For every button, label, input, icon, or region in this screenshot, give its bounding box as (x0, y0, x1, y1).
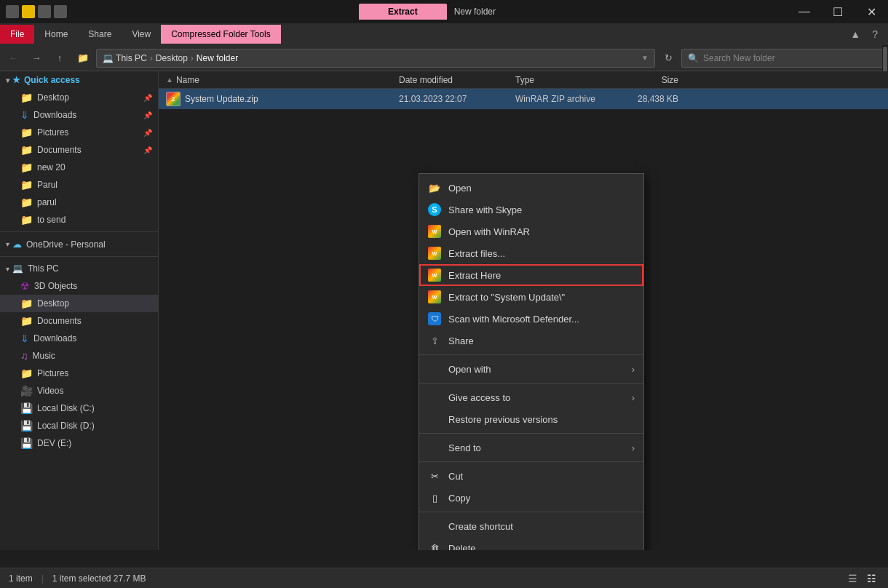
cut-icon: ✂ (428, 469, 441, 482)
sort-arrow-up: ▲ (166, 76, 173, 84)
sidebar-label-downloads-pc: Downloads (33, 333, 76, 343)
sidebar-this-pc-label: This PC (28, 263, 59, 274)
ctx-item-open-winrar[interactable]: W Open with WinRAR (419, 220, 643, 242)
tab-compressed-folder-tools[interactable]: Compressed Folder Tools (161, 25, 281, 44)
address-dropdown-arrow[interactable]: ▼ (641, 54, 649, 62)
pin-icon: 📌 (143, 94, 152, 102)
title-bar-center: Extract New folder (67, 4, 788, 20)
defender-icon: 🛡 (428, 312, 441, 325)
sidebar-item-to-send[interactable]: 📁 to send (0, 211, 158, 229)
minimize-button[interactable]: — (788, 0, 821, 23)
sidebar-item-documents-pc[interactable]: 📁 Documents (0, 312, 158, 330)
sidebar-item-desktop-pc[interactable]: 📁 Desktop (0, 295, 158, 312)
refresh-button[interactable]: ↻ (658, 48, 678, 68)
ctx-item-restore-versions[interactable]: Restore previous versions (419, 408, 643, 430)
tab-file[interactable]: File (0, 25, 34, 44)
file-size: 28,438 KB (617, 94, 690, 104)
ctx-label-delete: Delete (448, 543, 635, 551)
tab-home[interactable]: Home (34, 25, 78, 44)
main-area: ▾ ★ Quick access 📁 Desktop 📌 ⇓ Downloads… (0, 71, 888, 550)
sidebar-item-parul-cap[interactable]: 📁 Parul (0, 176, 158, 194)
quick-access-label: Quick access (24, 75, 80, 85)
sidebar-item-local-disk-c[interactable]: 💾 Local Disk (C:) (0, 400, 158, 417)
sidebar-item-new20[interactable]: 📁 new 20 (0, 159, 158, 176)
app-icon-1 (6, 5, 19, 18)
sidebar-item-downloads-pc[interactable]: ⇓ Downloads (0, 330, 158, 347)
list-view-button[interactable]: ☰ (844, 571, 860, 587)
sidebar-item-downloads-qa[interactable]: ⇓ Downloads 📌 (0, 106, 158, 124)
file-icon-wrap: Z System Update.zip (166, 92, 399, 106)
col-header-date[interactable]: Date modified (399, 75, 515, 85)
sidebar-item-pictures-pc[interactable]: 📁 Pictures (0, 365, 158, 382)
sidebar-item-desktop-qa[interactable]: 📁 Desktop 📌 (0, 89, 158, 106)
sidebar-this-pc-header[interactable]: ▾ 💻 This PC (0, 260, 158, 277)
ctx-item-extract-files[interactable]: W Extract files... (419, 242, 643, 264)
ctx-item-open[interactable]: 📂 Open (419, 177, 643, 199)
app-icon-3 (38, 5, 51, 18)
winrar-icon-2: W (428, 247, 441, 260)
sidebar-item-documents-qa[interactable]: 📁 Documents 📌 (0, 141, 158, 159)
details-view-button[interactable]: ☷ (863, 571, 879, 587)
sidebar-label-videos: Videos (37, 386, 63, 396)
sidebar-item-music[interactable]: ♫ Music (0, 347, 158, 365)
collapse-ribbon-icon[interactable]: ▲ (846, 25, 865, 43)
ctx-item-copy[interactable]: ▯ Copy (419, 487, 643, 509)
sidebar-label-parul-cap: Parul (37, 180, 58, 190)
ctx-item-share[interactable]: ⇧ Share (419, 330, 643, 351)
sidebar-item-parul[interactable]: 📁 parul (0, 194, 158, 211)
table-row[interactable]: Z System Update.zip 21.03.2023 22:07 Win… (159, 89, 888, 109)
winrar-icon-4: W (428, 290, 441, 303)
breadcrumb-desktop: Desktop (156, 53, 188, 63)
help-icon[interactable]: ? (868, 25, 882, 43)
close-button[interactable]: ✕ (855, 0, 888, 23)
ctx-label-extract-files: Extract files... (448, 248, 635, 259)
ctx-item-open-with[interactable]: Open with › (419, 358, 643, 380)
folder-yellow-icon-new20: 📁 (20, 162, 33, 173)
ctx-item-extract-here[interactable]: W Extract Here (419, 264, 643, 286)
back-button[interactable]: ← (3, 48, 23, 68)
pin-icon-pictures: 📌 (143, 129, 152, 137)
ctx-label-send-to: Send to (448, 442, 625, 453)
ctx-label-create-shortcut: Create shortcut (448, 521, 635, 532)
ctx-item-delete[interactable]: 🗑 Delete (419, 537, 643, 550)
sidebar-quick-access-header[interactable]: ▾ ★ Quick access (0, 71, 158, 89)
recent-locations-button[interactable]: 📁 (73, 48, 93, 68)
address-bar[interactable]: 💻 This PC › Desktop › New folder ▼ (96, 49, 655, 68)
chevron-onedrive-icon: ▾ (6, 240, 9, 248)
ctx-item-share-skype[interactable]: S Share with Skype (419, 199, 643, 220)
title-bar-left (0, 5, 67, 18)
ctx-label-restore-versions: Restore previous versions (448, 414, 635, 425)
chevron-thispc-icon: ▾ (6, 265, 9, 273)
folder-documents-pc-icon: 📁 (20, 315, 33, 327)
tab-share[interactable]: Share (78, 25, 122, 44)
sidebar-label-dev-e: DEV (E:) (37, 438, 71, 448)
item-count: 1 item (9, 573, 33, 584)
up-button[interactable]: ↑ (49, 48, 70, 68)
music-icon: ♫ (20, 350, 28, 362)
sidebar-onedrive[interactable]: ▾ ☁ OneDrive - Personal (0, 235, 158, 253)
forward-button[interactable]: → (26, 48, 47, 68)
col-header-size[interactable]: Size (617, 75, 690, 85)
sidebar-item-videos[interactable]: 🎥 Videos (0, 382, 158, 400)
maximize-button[interactable]: ☐ (821, 0, 855, 23)
sidebar-label-pictures-pc: Pictures (37, 368, 68, 378)
sidebar-item-3d-objects[interactable]: ☢ 3D Objects (0, 277, 158, 295)
col-header-name[interactable]: ▲ Name (166, 75, 399, 85)
search-bar[interactable]: 🔍 Search New folder (681, 49, 885, 68)
app-icon-2 (22, 5, 35, 18)
ctx-item-send-to[interactable]: Send to › (419, 437, 643, 458)
sidebar-item-dev-e[interactable]: 💾 DEV (E:) (0, 434, 158, 452)
sidebar-item-pictures-qa[interactable]: 📁 Pictures 📌 (0, 124, 158, 141)
sidebar-item-local-disk-d[interactable]: 💾 Local Disk (D:) (0, 417, 158, 434)
ctx-label-extract-to: Extract to "System Update\" (448, 292, 635, 303)
ctx-item-scan-defender[interactable]: 🛡 Scan with Microsoft Defender... (419, 308, 643, 330)
file-type: WinRAR ZIP archive (515, 94, 617, 104)
ctx-label-cut: Cut (448, 471, 635, 482)
col-header-type[interactable]: Type (515, 75, 617, 85)
ctx-item-create-shortcut[interactable]: Create shortcut (419, 515, 643, 537)
extract-tab-title[interactable]: Extract (359, 4, 447, 20)
ctx-item-cut[interactable]: ✂ Cut (419, 465, 643, 487)
tab-view[interactable]: View (122, 25, 161, 44)
ctx-item-extract-to[interactable]: W Extract to "System Update\" (419, 286, 643, 308)
ctx-item-give-access[interactable]: Give access to › (419, 386, 643, 408)
